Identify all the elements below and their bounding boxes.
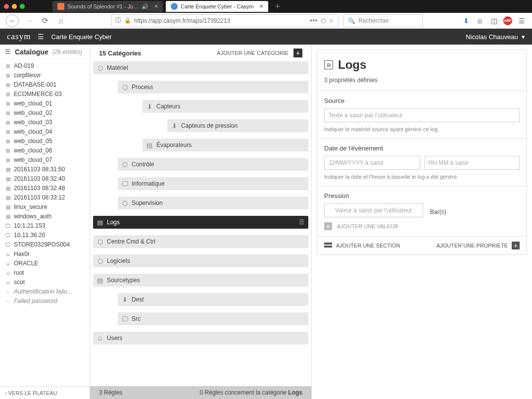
- sidebar-item[interactable]: 🖵10.1.21.153: [0, 221, 90, 231]
- add-property-button[interactable]: AJOUTER UNE PROPRIÉTÉ: [436, 243, 508, 249]
- category-row[interactable]: ⬡Logiciels: [93, 254, 308, 267]
- home-button[interactable]: ⌂: [55, 15, 66, 26]
- user-menu[interactable]: Nicolas Chauveau ▾: [466, 33, 525, 41]
- nav-menu-icon[interactable]: ☰: [38, 33, 44, 41]
- sidebar-item[interactable]: ⊞corpfilesvr: [0, 71, 90, 80]
- sidebar-item-label: Hax0r: [14, 250, 30, 258]
- page-actions-icon[interactable]: •••: [310, 17, 318, 24]
- menu-icon[interactable]: ☰: [517, 16, 526, 25]
- sidebar-item[interactable]: ⊞web_cloud_04: [0, 127, 90, 137]
- sidebar-item-label: 10.11.36.20: [14, 231, 45, 240]
- detail-header: ▤ Logs: [317, 50, 527, 77]
- sidebar-item[interactable]: ▤20161103 08:32:48: [0, 184, 90, 193]
- row-menu-icon[interactable]: ☰: [299, 219, 304, 226]
- add-category-label[interactable]: AJOUTER UNE CATÉGORIE: [217, 50, 289, 56]
- downloads-icon[interactable]: ⬇: [462, 16, 471, 25]
- sidebar-item[interactable]: 🖵10.11.36.20: [0, 231, 90, 240]
- sidebar-item[interactable]: ☺scot: [0, 278, 90, 287]
- category-row[interactable]: ⬡Process: [118, 81, 308, 94]
- sidebar-toggle-icon[interactable]: ☰: [5, 48, 11, 55]
- category-row[interactable]: ⬡Centre Cmd & Ctrl: [93, 235, 308, 248]
- sidebar-item[interactable]: ▤20161103 08:33:12: [0, 193, 90, 202]
- plus-icon: ⊞: [5, 156, 11, 164]
- category-row[interactable]: ▤Évaporateurs: [143, 139, 308, 151]
- category-row[interactable]: ⬡Contrôle: [118, 158, 308, 171]
- category-row[interactable]: ⬇Capteurs: [143, 100, 308, 113]
- source-input[interactable]: [324, 108, 520, 122]
- monitor-icon: 🖵: [5, 231, 11, 240]
- close-tab-icon[interactable]: ×: [154, 3, 158, 10]
- sidebar-item[interactable]: ⊞web_cloud_07: [0, 155, 90, 165]
- browser-tab-active[interactable]: Carte Enquete Cyber - Casym ×: [166, 1, 268, 12]
- sidebar-header: ☰ Catalogue (26 entités): [0, 45, 90, 59]
- category-row[interactable]: 🖵Informatique: [118, 177, 308, 190]
- url-text: https://app.casym.fr/maps/17392213: [134, 17, 307, 24]
- sidebar-item[interactable]: ▤20161103 08:31:50: [0, 165, 90, 174]
- sidebar-item[interactable]: ▤20161103 08:32:40: [0, 174, 90, 184]
- bookmark-icon[interactable]: ☆: [329, 17, 334, 24]
- sidebar-item[interactable]: ⊞web_cloud_03: [0, 118, 90, 127]
- categories-panel: 15 Catégories AJOUTER UNE CATÉGORIE + ⬡M…: [90, 45, 312, 399]
- sidebar-item[interactable]: 🖵STORE0329POS004: [0, 240, 90, 249]
- sidebar-item[interactable]: ○Authentification failu…: [0, 287, 90, 297]
- browser-tab[interactable]: Sounds of Splendor #1 - Ju… 🔊 ×: [52, 1, 163, 12]
- category-row[interactable]: ▤Logs☰: [93, 216, 308, 229]
- new-tab-button[interactable]: +: [271, 1, 285, 12]
- add-section-button[interactable]: AJOUTER UNE SECTION: [336, 243, 400, 249]
- category-row[interactable]: ⬡Matériel: [93, 61, 308, 74]
- sidebar-icon[interactable]: ◫: [489, 16, 498, 25]
- address-bar[interactable]: ⓘ 🔒 https://app.casym.fr/maps/17392213 •…: [111, 14, 339, 27]
- add-property-plus-icon[interactable]: +: [512, 242, 520, 249]
- date-input[interactable]: [324, 156, 420, 170]
- cube-icon: ⬡: [93, 64, 107, 72]
- search-box[interactable]: 🔍 Rechercher: [343, 14, 423, 27]
- sidebar-item[interactable]: ⊞web_cloud_06: [0, 146, 90, 155]
- time-input[interactable]: [424, 156, 520, 170]
- category-row[interactable]: ⬇Dest: [118, 293, 308, 306]
- category-label: Logiciels: [107, 257, 130, 264]
- sidebar-item[interactable]: ⊞ECOMMERCE-03: [0, 90, 90, 99]
- sidebar-item-label: 20161103 08:33:12: [14, 194, 65, 202]
- sidebar-item[interactable]: ☺Hax0r: [0, 249, 90, 259]
- library-icon[interactable]: ⫼: [476, 16, 484, 25]
- sidebar-item[interactable]: ☺root: [0, 268, 90, 278]
- category-row[interactable]: ⬇Capteurs de pression: [167, 119, 308, 132]
- file-icon: ▤: [5, 175, 11, 183]
- adblock-icon[interactable]: ABP: [503, 16, 512, 25]
- plus-icon: ⊞: [5, 71, 11, 80]
- close-tab-icon[interactable]: ×: [260, 3, 263, 10]
- category-row[interactable]: ▤Sourcetypes: [93, 274, 308, 287]
- category-row[interactable]: ⬡Supervision: [118, 197, 308, 209]
- category-row[interactable]: 🖵Src: [118, 312, 308, 325]
- info-icon[interactable]: ⓘ: [115, 16, 121, 25]
- audio-icon[interactable]: 🔊: [142, 3, 148, 10]
- back-button[interactable]: ←: [6, 14, 19, 27]
- breadcrumb[interactable]: Carte Enquete Cyber: [51, 33, 111, 41]
- sidebar-item-label: web_cloud_01: [14, 100, 52, 108]
- sidebar-item[interactable]: ⊞web_cloud_05: [0, 137, 90, 146]
- forward-button[interactable]: →: [24, 15, 35, 26]
- category-label: Informatique: [132, 180, 165, 187]
- minimize-window-icon[interactable]: [12, 4, 17, 9]
- plus-icon: ⊞: [5, 109, 11, 117]
- sidebar-item[interactable]: ⊞web_cloud_02: [0, 108, 90, 118]
- close-window-icon[interactable]: [4, 4, 9, 9]
- add-category-button[interactable]: +: [293, 49, 302, 57]
- add-value-button[interactable]: + AJOUTER UNE VALEUR: [324, 222, 520, 230]
- sidebar-item[interactable]: ○Failed password: [0, 297, 90, 306]
- maximize-window-icon[interactable]: [20, 4, 25, 9]
- sidebar-item[interactable]: ⊞web_cloud_01: [0, 99, 90, 108]
- monitor-icon: 🖵: [5, 241, 11, 249]
- category-row[interactable]: ☺Users: [93, 332, 308, 345]
- sidebar-item[interactable]: ⊞DATABASE-001: [0, 80, 90, 90]
- sidebar-item[interactable]: ⊞AD-019: [0, 61, 90, 71]
- pocket-icon[interactable]: ⬡: [321, 17, 326, 24]
- sidebar-item[interactable]: ☺ORACLE: [0, 259, 90, 268]
- sidebar-item[interactable]: ▤linux_secure: [0, 202, 90, 212]
- sidebar-footer-link[interactable]: ‹ VERS LE PLATEAU: [0, 386, 90, 399]
- sidebar-list: ⊞AD-019⊞corpfilesvr⊞DATABASE-001⊞ECOMMER…: [0, 59, 90, 386]
- pression-input[interactable]: [324, 203, 423, 217]
- logo[interactable]: casym: [7, 32, 31, 42]
- sidebar-item[interactable]: ▤windows_auth: [0, 212, 90, 221]
- reload-button[interactable]: ⟳: [40, 15, 50, 26]
